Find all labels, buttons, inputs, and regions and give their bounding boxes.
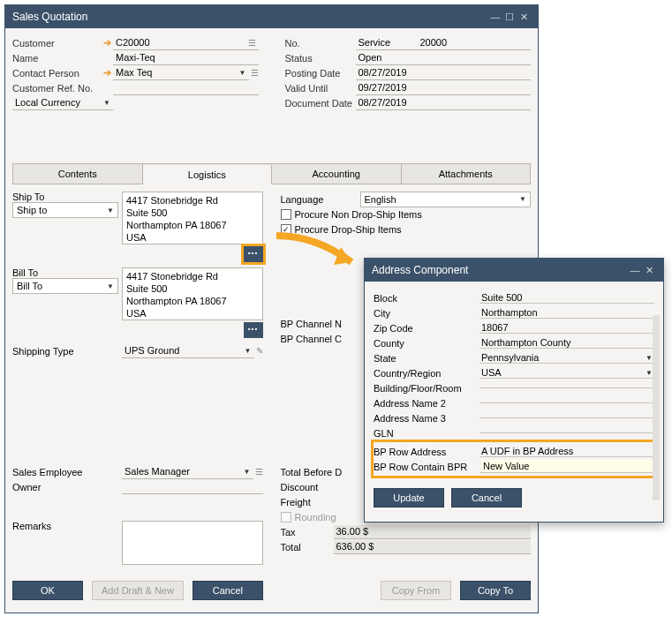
ok-button[interactable]: OK [12,581,83,600]
address-field-label: County [374,338,479,349]
address-field-value[interactable]: Suite 500 [479,292,654,304]
address-field-value[interactable]: Pennsylvania▼ [479,352,654,364]
chevron-down-icon[interactable]: ▼ [646,354,653,362]
chevron-down-icon[interactable]: ▼ [519,195,526,203]
customer-field[interactable]: C20000☰ [113,36,259,50]
custref-field[interactable] [113,81,259,95]
name-label: Name [12,53,113,64]
name-field[interactable]: Maxi-Teq [113,51,259,65]
chevron-down-icon[interactable]: ▼ [244,468,251,476]
total-value: 636.00 $ [334,540,532,554]
pencil-icon[interactable]: ✎ [256,346,263,356]
language-label: Language [281,194,360,205]
chevron-down-icon[interactable]: ▼ [239,69,246,77]
address-field-value[interactable] [479,402,654,403]
sales-employee-label: Sales Employee [12,467,122,477]
procure-nondrop-checkbox[interactable]: Procure Non Drop-Ship Items [281,207,532,222]
billto-label: Bill To [12,267,118,278]
dialog-titlebar: Address Component — ✕ [365,259,663,282]
address-field-value[interactable] [479,387,654,388]
no-service-field[interactable]: Service [356,36,418,50]
procure-drop-checkbox[interactable]: ✓Procure Drop-Ship Items [281,222,532,237]
update-button[interactable]: Update [374,488,444,507]
valid-field[interactable]: 09/27/2019 [356,81,532,95]
no-label: No. [285,38,356,49]
tab-logistics[interactable]: Logistics [143,165,273,184]
bp-channel-c-label: BP Channel C [281,334,343,344]
status-label: Status [285,53,356,64]
address-field-row: GLN [374,425,654,440]
status-field: Open [356,51,532,65]
bp-row-contain-input[interactable] [479,460,654,473]
address-field-value[interactable]: 18067 [479,322,654,334]
udf-highlight-box: BP Row AddressA UDF in BP Address BP Row… [374,442,654,476]
minimize-icon[interactable]: — [628,265,642,275]
shipping-type-field[interactable]: UPS Ground▼ [122,344,254,358]
remarks-field[interactable] [122,521,263,565]
contact-field[interactable]: Max Teq▼ [113,66,249,80]
contact-label: Contact Person [12,68,101,79]
close-icon[interactable]: ✕ [642,265,656,276]
chevron-down-icon[interactable]: ▼ [107,282,114,290]
copy-to-button[interactable]: Copy To [460,581,531,600]
link-arrow-icon[interactable]: ➔ [101,37,113,49]
checkbox-icon [281,209,291,220]
link-arrow-icon[interactable]: ➔ [101,67,113,79]
shipping-type-label: Shipping Type [12,346,122,357]
address-field-label: Address Name 2 [374,398,479,409]
scrollbar[interactable] [653,315,660,500]
maximize-icon[interactable]: ☐ [502,11,517,23]
billto-select[interactable]: Bill To▼ [12,278,118,294]
sales-employee-field[interactable]: Sales Manager▼ [122,465,253,479]
currency-field[interactable]: Local Currency▼ [12,96,113,110]
docdate-label: Document Date [285,98,356,109]
address-field-row: CityNorthampton [374,305,654,320]
dialog-title: Address Component [372,264,628,276]
billto-ellipsis-button[interactable]: ••• [244,322,263,338]
list-icon[interactable]: ☰ [248,38,256,48]
copy-from-button[interactable]: Copy From [381,581,451,600]
chevron-down-icon[interactable]: ▼ [245,347,252,355]
address-field-label: State [374,353,479,364]
chevron-down-icon[interactable]: ▼ [103,99,110,107]
tabbar: Contents Logistics Accounting Attachment… [12,163,531,184]
dialog-cancel-button[interactable]: Cancel [451,488,522,507]
add-draft-button[interactable]: Add Draft & New [92,581,184,600]
docdate-field[interactable]: 08/27/2019 [356,96,532,110]
bp-row-address-label: BP Row Address [374,447,479,457]
shipto-address[interactable]: 4417 Stonebridge RdSuite 500Northampton … [122,192,263,244]
shipto-ellipsis-button[interactable]: ••• [244,246,263,262]
checkbox-icon [281,512,291,523]
address-field-value[interactable]: Northampton County [479,337,654,349]
address-field-value[interactable]: USA▼ [479,367,654,379]
posting-label: Posting Date [285,68,356,79]
address-field-row: BlockSuite 500 [374,290,654,305]
address-field-value[interactable] [479,417,654,418]
close-icon[interactable]: ✕ [517,11,531,23]
bp-row-address-value[interactable]: A UDF in BP Address [479,446,654,457]
posting-field[interactable]: 08/27/2019 [356,66,532,80]
address-field-row: Country/RegionUSA▼ [374,365,654,380]
cancel-button[interactable]: Cancel [193,581,263,600]
list-icon[interactable]: ☰ [251,68,259,78]
address-field-value[interactable] [479,432,654,433]
list-icon[interactable]: ☰ [255,467,263,477]
window-title: Sales Quotation [12,11,488,23]
button-bar: OK Add Draft & New Cancel Copy From Copy… [5,572,538,609]
address-field-label: Block [374,293,479,304]
chevron-down-icon[interactable]: ▼ [646,369,653,377]
billto-address[interactable]: 4417 Stonebridge RdSuite 500Northampton … [122,267,263,320]
chevron-down-icon[interactable]: ▼ [107,207,114,214]
checkbox-icon: ✓ [281,224,291,235]
address-field-value[interactable]: Northampton [479,307,654,319]
shipto-select[interactable]: Ship to▼ [12,202,118,218]
titlebar: Sales Quotation — ☐ ✕ [5,5,538,28]
owner-field[interactable] [122,480,263,494]
no-field[interactable]: 20000 [418,36,532,50]
address-field-label: Country/Region [374,368,479,379]
tab-attachments[interactable]: Attachments [402,164,531,184]
tab-contents[interactable]: Contents [13,164,143,184]
language-select[interactable]: English▼ [360,192,532,207]
minimize-icon[interactable]: — [488,11,502,22]
tab-accounting[interactable]: Accounting [272,164,402,184]
